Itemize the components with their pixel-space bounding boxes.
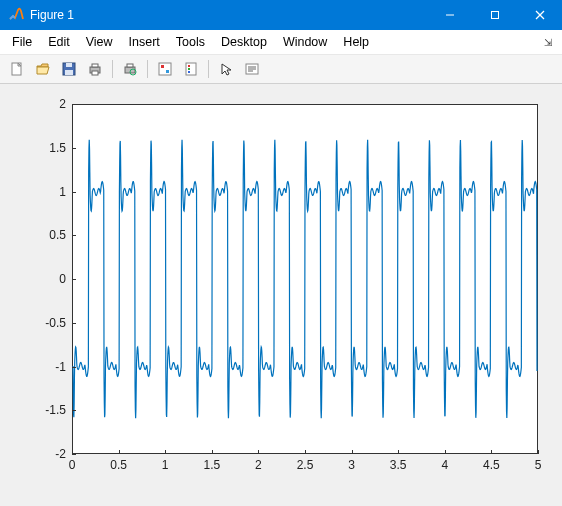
window-title: Figure 1 [30,8,74,22]
color-legend-icon[interactable] [179,57,203,81]
xtick-label: 0.5 [110,458,127,472]
xtick-mark [445,450,446,454]
svg-rect-16 [161,65,164,68]
close-button[interactable] [517,0,562,30]
xtick-label: 1.5 [203,458,220,472]
ytick-mark [72,192,76,193]
minimize-button[interactable] [427,0,472,30]
xtick-mark [72,450,73,454]
menu-view[interactable]: View [78,33,121,51]
svg-rect-8 [65,70,73,75]
ytick-mark [72,279,76,280]
xtick-mark [538,450,539,454]
ytick-label: -2 [55,447,66,461]
print-icon[interactable] [83,57,107,81]
open-icon[interactable] [31,57,55,81]
xtick-mark [398,450,399,454]
menu-window[interactable]: Window [275,33,335,51]
window-controls [427,0,562,30]
xtick-mark [491,450,492,454]
ytick-label: 0 [59,272,66,286]
menubar: File Edit View Insert Tools Desktop Wind… [0,30,562,55]
ytick-label: -0.5 [45,316,66,330]
menu-file[interactable]: File [4,33,40,51]
line-plot [73,105,537,453]
ytick-label: -1 [55,360,66,374]
ytick-label: 1 [59,185,66,199]
svg-rect-10 [92,64,98,67]
figure-canvas[interactable]: -2-1.5-1-0.500.511.5200.511.522.533.544.… [0,84,562,506]
xtick-label: 2.5 [297,458,314,472]
ytick-mark [72,235,76,236]
menu-desktop[interactable]: Desktop [213,33,275,51]
maximize-button[interactable] [472,0,517,30]
xtick-label: 3.5 [390,458,407,472]
menu-tools[interactable]: Tools [168,33,213,51]
xtick-mark [212,450,213,454]
ytick-label: 2 [59,97,66,111]
insert-text-icon[interactable] [240,57,264,81]
new-figure-icon[interactable] [5,57,29,81]
xtick-label: 5 [535,458,542,472]
svg-rect-13 [127,64,133,67]
toolbar [0,55,562,84]
toolbar-separator [112,60,113,78]
xtick-mark [258,450,259,454]
svg-rect-15 [159,63,171,75]
svg-rect-21 [188,71,190,73]
svg-rect-17 [166,70,169,73]
xtick-mark [305,450,306,454]
matlab-icon [8,7,24,23]
ytick-mark [72,410,76,411]
menu-help[interactable]: Help [335,33,377,51]
dock-arrow-icon[interactable]: ⇲ [544,37,558,48]
ytick-mark [72,367,76,368]
ytick-label: 0.5 [49,228,66,242]
print-preview-icon[interactable] [118,57,142,81]
toolbar-separator [147,60,148,78]
xtick-label: 4.5 [483,458,500,472]
ytick-mark [72,104,76,105]
menu-insert[interactable]: Insert [121,33,168,51]
svg-rect-19 [188,65,190,67]
save-icon[interactable] [57,57,81,81]
xtick-label: 1 [162,458,169,472]
xtick-label: 3 [348,458,355,472]
ytick-label: 1.5 [49,141,66,155]
menu-edit[interactable]: Edit [40,33,78,51]
xtick-mark [352,450,353,454]
xtick-mark [119,450,120,454]
xtick-label: 2 [255,458,262,472]
ytick-mark [72,323,76,324]
pointer-icon[interactable] [214,57,238,81]
titlebar: Figure 1 [0,0,562,30]
plot-axes[interactable] [72,104,538,454]
xtick-label: 0 [69,458,76,472]
svg-rect-7 [66,63,72,67]
svg-rect-18 [186,63,196,75]
ytick-mark [72,148,76,149]
data-cursor-icon[interactable] [153,57,177,81]
xtick-label: 4 [441,458,448,472]
xtick-mark [165,450,166,454]
svg-rect-1 [491,12,498,19]
ytick-mark [72,454,76,455]
ytick-label: -1.5 [45,403,66,417]
toolbar-separator [208,60,209,78]
svg-rect-11 [92,71,98,75]
svg-rect-20 [188,68,190,70]
